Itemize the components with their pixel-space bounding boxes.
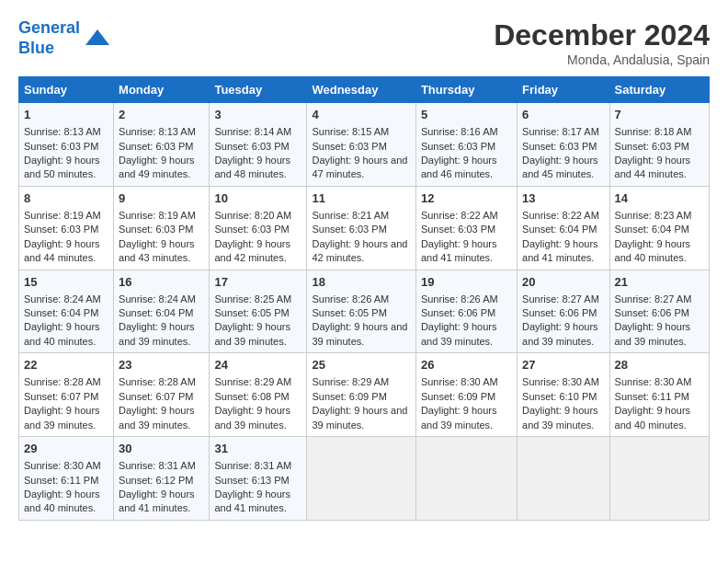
sunset-text: Sunset: 6:06 PM [522,307,597,318]
sunrise-text: Sunrise: 8:17 AM [522,126,599,137]
day-cell: 8Sunrise: 8:19 AMSunset: 6:03 PMDaylight… [19,186,114,270]
day-cell: 11Sunrise: 8:21 AMSunset: 6:03 PMDayligh… [307,186,415,270]
sunrise-text: Sunrise: 8:13 AM [119,126,196,137]
header-friday: Friday [518,77,610,103]
sunset-text: Sunset: 6:03 PM [615,141,689,152]
day-cell: 27Sunrise: 8:30 AMSunset: 6:10 PMDayligh… [518,353,610,437]
day-cell [518,437,610,521]
day-cell: 30Sunrise: 8:31 AMSunset: 6:12 PMDayligh… [114,437,210,521]
daylight-text: Daylight: 9 hours and 39 minutes. [421,405,497,430]
day-cell: 24Sunrise: 8:29 AMSunset: 6:08 PMDayligh… [210,353,307,437]
sunrise-text: Sunrise: 8:31 AM [119,460,196,471]
sunrise-text: Sunrise: 8:19 AM [24,210,101,221]
day-number: 29 [24,441,108,457]
sunrise-text: Sunrise: 8:30 AM [421,376,498,387]
day-number: 20 [522,274,605,291]
day-cell: 16Sunrise: 8:24 AMSunset: 6:04 PMDayligh… [114,270,210,353]
daylight-text: Daylight: 9 hours and 39 minutes. [312,321,407,346]
day-number: 2 [119,107,204,123]
sunset-text: Sunset: 6:03 PM [24,224,98,235]
sunrise-text: Sunrise: 8:13 AM [24,126,101,137]
day-cell: 14Sunrise: 8:23 AMSunset: 6:04 PMDayligh… [609,186,709,270]
sunset-text: Sunset: 6:11 PM [24,475,98,486]
sunset-text: Sunset: 6:03 PM [214,224,289,235]
daylight-text: Daylight: 9 hours and 46 minutes. [421,155,497,179]
calendar-table: SundayMondayTuesdayWednesdayThursdayFrid… [18,76,710,521]
day-number: 4 [312,107,410,123]
daylight-text: Daylight: 9 hours and 41 minutes. [421,238,497,263]
day-cell: 22Sunrise: 8:28 AMSunset: 6:07 PMDayligh… [19,353,114,437]
day-cell [415,437,517,521]
daylight-text: Daylight: 9 hours and 39 minutes. [522,405,598,430]
sunrise-text: Sunrise: 8:18 AM [615,126,692,137]
sunset-text: Sunset: 6:06 PM [615,307,689,318]
sunrise-text: Sunrise: 8:24 AM [24,293,101,304]
sunrise-text: Sunrise: 8:27 AM [522,293,599,304]
sunset-text: Sunset: 6:04 PM [522,224,597,235]
week-row-5: 29Sunrise: 8:30 AMSunset: 6:11 PMDayligh… [19,437,710,521]
day-number: 5 [421,107,512,123]
day-number: 15 [24,274,108,291]
header-sunday: Sunday [19,77,114,103]
sunset-text: Sunset: 6:04 PM [24,307,98,318]
sunrise-text: Sunrise: 8:14 AM [214,126,291,137]
daylight-text: Daylight: 9 hours and 42 minutes. [214,238,290,263]
day-number: 11 [312,190,410,207]
day-number: 21 [615,274,704,291]
sunset-text: Sunset: 6:07 PM [119,391,193,402]
sunrise-text: Sunrise: 8:22 AM [522,210,599,221]
day-number: 18 [312,274,410,291]
sunrise-text: Sunrise: 8:27 AM [615,293,692,304]
sunset-text: Sunset: 6:03 PM [522,141,597,152]
sunset-text: Sunset: 6:05 PM [312,307,386,318]
sunset-text: Sunset: 6:11 PM [615,391,689,402]
day-cell: 25Sunrise: 8:29 AMSunset: 6:09 PMDayligh… [307,353,415,437]
header-monday: Monday [114,77,210,103]
logo-text: GeneralBlue [18,18,80,58]
daylight-text: Daylight: 9 hours and 39 minutes. [522,321,598,346]
day-cell: 23Sunrise: 8:28 AMSunset: 6:07 PMDayligh… [114,353,210,437]
sunset-text: Sunset: 6:12 PM [119,475,193,486]
day-cell: 28Sunrise: 8:30 AMSunset: 6:11 PMDayligh… [609,353,709,437]
daylight-text: Daylight: 9 hours and 41 minutes. [522,238,598,263]
day-number: 3 [214,107,301,123]
sunset-text: Sunset: 6:04 PM [119,307,193,318]
sunset-text: Sunset: 6:13 PM [214,475,289,486]
sunrise-text: Sunrise: 8:20 AM [214,210,291,221]
day-cell: 7Sunrise: 8:18 AMSunset: 6:03 PMDaylight… [609,103,709,187]
title-block: December 2024 Monda, Andalusia, Spain [494,18,710,67]
daylight-text: Daylight: 9 hours and 49 minutes. [119,155,195,179]
sunrise-text: Sunrise: 8:30 AM [522,376,599,387]
week-row-3: 15Sunrise: 8:24 AMSunset: 6:04 PMDayligh… [19,270,710,353]
sunset-text: Sunset: 6:03 PM [312,141,386,152]
day-cell: 9Sunrise: 8:19 AMSunset: 6:03 PMDaylight… [114,186,210,270]
day-cell: 5Sunrise: 8:16 AMSunset: 6:03 PMDaylight… [415,103,517,187]
sunrise-text: Sunrise: 8:29 AM [312,376,389,387]
sunrise-text: Sunrise: 8:31 AM [214,460,291,471]
day-cell: 15Sunrise: 8:24 AMSunset: 6:04 PMDayligh… [19,270,114,353]
logo-icon [84,25,111,52]
daylight-text: Daylight: 9 hours and 39 minutes. [24,405,100,430]
day-number: 26 [421,357,512,373]
sunrise-text: Sunrise: 8:15 AM [312,126,389,137]
week-row-1: 1Sunrise: 8:13 AMSunset: 6:03 PMDaylight… [19,103,710,187]
day-number: 16 [119,274,204,291]
sunrise-text: Sunrise: 8:22 AM [421,210,498,221]
sunrise-text: Sunrise: 8:25 AM [214,293,291,304]
day-number: 30 [119,441,204,457]
sunrise-text: Sunrise: 8:28 AM [119,376,196,387]
day-cell: 17Sunrise: 8:25 AMSunset: 6:05 PMDayligh… [210,270,307,353]
daylight-text: Daylight: 9 hours and 50 minutes. [24,155,100,179]
sunset-text: Sunset: 6:04 PM [615,224,689,235]
sunset-text: Sunset: 6:07 PM [24,391,98,402]
daylight-text: Daylight: 9 hours and 42 minutes. [312,238,407,263]
day-number: 28 [615,357,704,373]
daylight-text: Daylight: 9 hours and 40 minutes. [24,321,100,346]
header-row: SundayMondayTuesdayWednesdayThursdayFrid… [19,77,710,103]
day-number: 17 [214,274,301,291]
day-cell: 18Sunrise: 8:26 AMSunset: 6:05 PMDayligh… [307,270,415,353]
day-cell: 26Sunrise: 8:30 AMSunset: 6:09 PMDayligh… [415,353,517,437]
week-row-4: 22Sunrise: 8:28 AMSunset: 6:07 PMDayligh… [19,353,710,437]
day-number: 27 [522,357,605,373]
daylight-text: Daylight: 9 hours and 41 minutes. [119,488,195,513]
